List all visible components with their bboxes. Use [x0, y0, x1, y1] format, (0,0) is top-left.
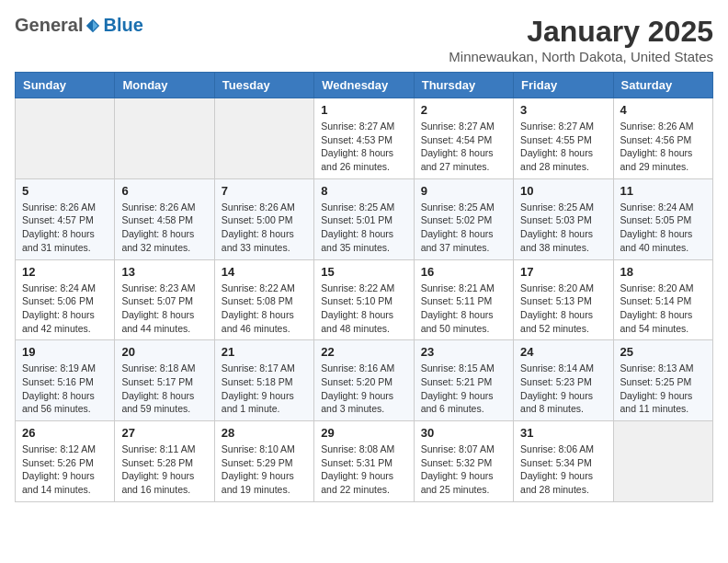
day-info: Sunrise: 8:25 AMSunset: 5:02 PMDaylight:… — [421, 201, 506, 255]
calendar-cell: 17Sunrise: 8:20 AMSunset: 5:13 PMDayligh… — [514, 259, 613, 340]
calendar-title: January 2025 — [449, 15, 713, 49]
weekday-header-saturday: Saturday — [613, 73, 712, 98]
day-info: Sunrise: 8:17 AMSunset: 5:18 PMDaylight:… — [222, 362, 307, 416]
day-number: 22 — [321, 345, 406, 359]
day-info: Sunrise: 8:20 AMSunset: 5:13 PMDaylight:… — [520, 282, 606, 336]
week-row-3: 12Sunrise: 8:24 AMSunset: 5:06 PMDayligh… — [16, 259, 713, 340]
calendar-cell — [16, 98, 115, 179]
day-number: 8 — [321, 184, 406, 198]
day-info: Sunrise: 8:20 AMSunset: 5:14 PMDaylight:… — [620, 282, 706, 336]
day-info: Sunrise: 8:13 AMSunset: 5:25 PMDaylight:… — [620, 362, 706, 416]
calendar-cell: 22Sunrise: 8:16 AMSunset: 5:20 PMDayligh… — [314, 340, 414, 421]
calendar-cell: 10Sunrise: 8:25 AMSunset: 5:03 PMDayligh… — [514, 178, 613, 259]
day-info: Sunrise: 8:26 AMSunset: 4:56 PMDaylight:… — [620, 120, 706, 174]
day-number: 13 — [121, 265, 207, 279]
day-info: Sunrise: 8:15 AMSunset: 5:21 PMDaylight:… — [421, 362, 506, 416]
day-number: 1 — [321, 103, 406, 117]
calendar-cell: 8Sunrise: 8:25 AMSunset: 5:01 PMDaylight… — [314, 178, 414, 259]
day-number: 6 — [121, 184, 207, 198]
day-info: Sunrise: 8:08 AMSunset: 5:31 PMDaylight:… — [321, 442, 406, 497]
calendar-cell: 28Sunrise: 8:10 AMSunset: 5:29 PMDayligh… — [214, 421, 313, 502]
calendar-cell: 14Sunrise: 8:22 AMSunset: 5:08 PMDayligh… — [214, 259, 313, 340]
logo-blue: Blue — [103, 15, 142, 36]
day-info: Sunrise: 8:27 AMSunset: 4:53 PMDaylight:… — [321, 120, 406, 174]
day-number: 20 — [121, 345, 207, 359]
calendar-cell: 29Sunrise: 8:08 AMSunset: 5:31 PMDayligh… — [314, 421, 414, 502]
day-number: 30 — [421, 426, 506, 440]
day-info: Sunrise: 8:16 AMSunset: 5:20 PMDaylight:… — [321, 362, 406, 416]
day-number: 4 — [620, 103, 706, 117]
calendar-cell: 12Sunrise: 8:24 AMSunset: 5:06 PMDayligh… — [16, 259, 115, 340]
day-info: Sunrise: 8:24 AMSunset: 5:05 PMDaylight:… — [620, 201, 706, 255]
day-number: 27 — [121, 426, 207, 440]
day-info: Sunrise: 8:26 AMSunset: 4:57 PMDaylight:… — [22, 201, 108, 255]
day-number: 16 — [421, 265, 506, 279]
day-number: 24 — [520, 345, 606, 359]
day-info: Sunrise: 8:10 AMSunset: 5:29 PMDaylight:… — [222, 442, 307, 497]
weekday-header-monday: Monday — [115, 73, 214, 98]
day-number: 3 — [520, 103, 606, 117]
day-info: Sunrise: 8:23 AMSunset: 5:07 PMDaylight:… — [121, 282, 207, 336]
day-info: Sunrise: 8:25 AMSunset: 5:03 PMDaylight:… — [520, 201, 606, 255]
day-number: 17 — [520, 265, 606, 279]
day-number: 10 — [520, 184, 606, 198]
calendar-cell: 20Sunrise: 8:18 AMSunset: 5:17 PMDayligh… — [115, 340, 214, 421]
calendar-table: SundayMondayTuesdayWednesdayThursdayFrid… — [15, 72, 713, 502]
day-info: Sunrise: 8:18 AMSunset: 5:17 PMDaylight:… — [121, 362, 207, 416]
calendar-cell: 13Sunrise: 8:23 AMSunset: 5:07 PMDayligh… — [115, 259, 214, 340]
weekday-header-sunday: Sunday — [16, 73, 115, 98]
calendar-cell: 31Sunrise: 8:06 AMSunset: 5:34 PMDayligh… — [514, 421, 613, 502]
day-info: Sunrise: 8:24 AMSunset: 5:06 PMDaylight:… — [22, 282, 108, 336]
day-number: 31 — [520, 426, 606, 440]
day-number: 18 — [620, 265, 706, 279]
calendar-cell: 3Sunrise: 8:27 AMSunset: 4:55 PMDaylight… — [514, 98, 613, 179]
calendar-cell: 11Sunrise: 8:24 AMSunset: 5:05 PMDayligh… — [613, 178, 712, 259]
calendar-cell: 23Sunrise: 8:15 AMSunset: 5:21 PMDayligh… — [414, 340, 513, 421]
calendar-cell: 15Sunrise: 8:22 AMSunset: 5:10 PMDayligh… — [314, 259, 414, 340]
day-number: 21 — [222, 345, 307, 359]
calendar-cell: 18Sunrise: 8:20 AMSunset: 5:14 PMDayligh… — [613, 259, 712, 340]
day-number: 9 — [421, 184, 506, 198]
day-number: 29 — [321, 426, 406, 440]
day-number: 11 — [620, 184, 706, 198]
day-number: 25 — [620, 345, 706, 359]
day-info: Sunrise: 8:14 AMSunset: 5:23 PMDaylight:… — [520, 362, 606, 416]
calendar-cell: 27Sunrise: 8:11 AMSunset: 5:28 PMDayligh… — [115, 421, 214, 502]
calendar-cell — [214, 98, 313, 179]
day-number: 23 — [421, 345, 506, 359]
weekday-header-thursday: Thursday — [414, 73, 513, 98]
calendar-subtitle: Minnewaukan, North Dakota, United States — [449, 49, 713, 64]
day-info: Sunrise: 8:19 AMSunset: 5:16 PMDaylight:… — [22, 362, 108, 416]
day-info: Sunrise: 8:22 AMSunset: 5:10 PMDaylight:… — [321, 282, 406, 336]
logo-general: General — [15, 15, 83, 36]
day-info: Sunrise: 8:12 AMSunset: 5:26 PMDaylight:… — [22, 442, 108, 497]
week-row-2: 5Sunrise: 8:26 AMSunset: 4:57 PMDaylight… — [16, 178, 713, 259]
weekday-header-friday: Friday — [514, 73, 613, 98]
day-info: Sunrise: 8:27 AMSunset: 4:55 PMDaylight:… — [520, 120, 606, 174]
calendar-cell: 26Sunrise: 8:12 AMSunset: 5:26 PMDayligh… — [16, 421, 115, 502]
calendar-cell: 16Sunrise: 8:21 AMSunset: 5:11 PMDayligh… — [414, 259, 513, 340]
calendar-cell: 19Sunrise: 8:19 AMSunset: 5:16 PMDayligh… — [16, 340, 115, 421]
day-info: Sunrise: 8:26 AMSunset: 5:00 PMDaylight:… — [222, 201, 307, 255]
day-info: Sunrise: 8:21 AMSunset: 5:11 PMDaylight:… — [421, 282, 506, 336]
week-row-4: 19Sunrise: 8:19 AMSunset: 5:16 PMDayligh… — [16, 340, 713, 421]
day-info: Sunrise: 8:25 AMSunset: 5:01 PMDaylight:… — [321, 201, 406, 255]
weekday-header-tuesday: Tuesday — [214, 73, 313, 98]
calendar-cell: 1Sunrise: 8:27 AMSunset: 4:53 PMDaylight… — [314, 98, 414, 179]
calendar-cell: 21Sunrise: 8:17 AMSunset: 5:18 PMDayligh… — [214, 340, 313, 421]
day-number: 19 — [22, 345, 108, 359]
day-info: Sunrise: 8:26 AMSunset: 4:58 PMDaylight:… — [121, 201, 207, 255]
calendar-cell: 5Sunrise: 8:26 AMSunset: 4:57 PMDaylight… — [16, 178, 115, 259]
calendar-cell — [613, 421, 712, 502]
calendar-cell: 30Sunrise: 8:07 AMSunset: 5:32 PMDayligh… — [414, 421, 513, 502]
weekday-header-row: SundayMondayTuesdayWednesdayThursdayFrid… — [16, 73, 713, 98]
day-info: Sunrise: 8:22 AMSunset: 5:08 PMDaylight:… — [222, 282, 307, 336]
page-header: General Blue January 2025 Minnewaukan, N… — [15, 15, 713, 64]
day-number: 7 — [222, 184, 307, 198]
day-number: 5 — [22, 184, 108, 198]
week-row-1: 1Sunrise: 8:27 AMSunset: 4:53 PMDaylight… — [16, 98, 713, 179]
day-info: Sunrise: 8:06 AMSunset: 5:34 PMDaylight:… — [520, 442, 606, 497]
calendar-cell: 25Sunrise: 8:13 AMSunset: 5:25 PMDayligh… — [613, 340, 712, 421]
logo: General Blue — [15, 15, 143, 36]
day-number: 15 — [321, 265, 406, 279]
